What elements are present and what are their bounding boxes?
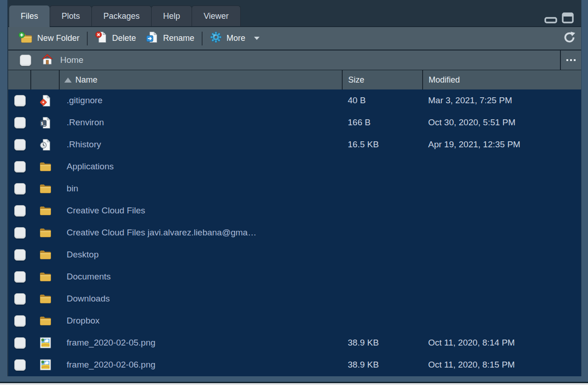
file-size: 38.9 KB bbox=[342, 332, 422, 354]
header-checkbox-column bbox=[8, 70, 31, 89]
file-name[interactable]: .gitignore bbox=[60, 89, 342, 112]
history-file-icon bbox=[40, 139, 51, 151]
file-modified: Oct 30, 2020, 5:51 PM bbox=[422, 112, 581, 134]
rename-label: Rename bbox=[163, 33, 194, 43]
gear-icon bbox=[210, 31, 222, 45]
row-checkbox[interactable] bbox=[14, 337, 26, 349]
file-size: 166 B bbox=[342, 112, 422, 134]
row-checkbox[interactable] bbox=[14, 161, 26, 173]
file-modified bbox=[422, 288, 581, 310]
file-name[interactable]: .Renviron bbox=[60, 112, 342, 134]
tab-packages[interactable]: Packages bbox=[91, 6, 152, 26]
rename-button[interactable]: Rename bbox=[146, 31, 194, 46]
row-checkbox[interactable] bbox=[14, 139, 26, 151]
files-toolbar: New Folder Delete bbox=[8, 26, 581, 50]
file-name[interactable]: bin bbox=[60, 178, 342, 200]
tab-label: Help bbox=[163, 11, 180, 21]
table-header: Name Size Modified bbox=[8, 70, 581, 89]
git-file-icon bbox=[40, 95, 51, 107]
row-checkbox[interactable] bbox=[14, 315, 26, 327]
file-size: 16.5 KB bbox=[342, 134, 422, 156]
file-name[interactable]: frame_2020-02-06.png bbox=[60, 354, 342, 376]
row-checkbox[interactable] bbox=[14, 359, 26, 371]
sort-ascending-icon bbox=[64, 78, 72, 83]
tab-plots[interactable]: Plots bbox=[50, 6, 92, 26]
file-size bbox=[342, 244, 422, 266]
minimize-icon[interactable] bbox=[544, 16, 557, 23]
toolbar-separator bbox=[87, 32, 88, 45]
row-checkbox[interactable] bbox=[14, 227, 26, 239]
row-checkbox[interactable] bbox=[14, 117, 26, 128]
row-checkbox[interactable] bbox=[14, 205, 26, 217]
file-name[interactable]: Dropbox bbox=[60, 310, 342, 332]
refresh-button[interactable] bbox=[563, 31, 576, 46]
rename-icon bbox=[146, 31, 158, 46]
table-row[interactable]: frame_2020-02-05.png 38.9 KB Oct 11, 202… bbox=[8, 332, 581, 354]
file-modified bbox=[422, 266, 581, 288]
file-name[interactable]: Creative Cloud Files javi.alvarez.lieban… bbox=[60, 222, 342, 244]
header-name[interactable]: Name bbox=[60, 70, 342, 89]
path-bar: Home bbox=[8, 50, 581, 70]
file-size bbox=[342, 178, 422, 200]
image-file-icon bbox=[40, 337, 51, 348]
file-modified: Oct 11, 2020, 8:14 PM bbox=[422, 332, 581, 354]
tab-label: Plots bbox=[62, 11, 80, 21]
file-modified bbox=[422, 178, 581, 200]
table-row[interactable]: frame_2020-02-06.png 38.9 KB Oct 11, 202… bbox=[8, 354, 581, 376]
toolbar-separator bbox=[202, 32, 203, 45]
row-checkbox[interactable] bbox=[14, 271, 26, 283]
file-name[interactable]: Applications bbox=[60, 156, 342, 178]
table-row[interactable]: Creative Cloud Files javi.alvarez.lieban… bbox=[8, 222, 581, 244]
folder-icon bbox=[40, 184, 51, 194]
tab-help[interactable]: Help bbox=[151, 6, 192, 26]
file-name[interactable]: Downloads bbox=[60, 288, 342, 310]
file-size: 40 B bbox=[342, 89, 422, 112]
row-checkbox[interactable] bbox=[14, 95, 26, 106]
table-row[interactable]: Documents bbox=[8, 266, 581, 288]
maximize-icon[interactable] bbox=[562, 12, 574, 23]
row-checkbox[interactable] bbox=[14, 293, 26, 305]
breadcrumb[interactable]: Home bbox=[60, 55, 84, 65]
file-size bbox=[342, 288, 422, 310]
file-size: 38.9 KB bbox=[342, 354, 422, 376]
table-row[interactable]: Creative Cloud Files bbox=[8, 200, 581, 222]
tab-label: Viewer bbox=[204, 11, 229, 21]
file-name[interactable]: Desktop bbox=[60, 244, 342, 266]
folder-icon bbox=[40, 272, 51, 282]
path-options-button[interactable] bbox=[560, 50, 581, 70]
more-button[interactable]: More bbox=[210, 31, 260, 45]
refresh-icon bbox=[563, 31, 576, 44]
file-name[interactable]: frame_2020-02-05.png bbox=[60, 332, 342, 354]
new-folder-icon bbox=[18, 32, 33, 45]
table-row[interactable]: bin bbox=[8, 178, 581, 200]
pane-tab-bar: Files Plots Packages Help Viewer bbox=[8, 0, 581, 26]
window-controls bbox=[544, 12, 581, 26]
table-row[interactable]: Dropbox bbox=[8, 310, 581, 332]
table-row[interactable]: .Rhistory 16.5 KB Apr 19, 2021, 12:35 PM bbox=[8, 134, 581, 156]
folder-icon bbox=[40, 294, 51, 304]
table-row[interactable]: Desktop bbox=[8, 244, 581, 266]
row-checkbox[interactable] bbox=[14, 183, 26, 195]
header-size[interactable]: Size bbox=[342, 70, 422, 89]
tab-label: Files bbox=[21, 11, 38, 21]
table-row[interactable]: $_ .Renviron 166 B Oct 30, 2020, 5:51 PM bbox=[8, 112, 581, 134]
file-size bbox=[342, 310, 422, 332]
svg-text:$_: $_ bbox=[41, 121, 46, 125]
row-checkbox[interactable] bbox=[14, 249, 26, 261]
file-name[interactable]: Creative Cloud Files bbox=[60, 200, 342, 222]
table-row[interactable]: .gitignore 40 B Mar 3, 2021, 7:25 PM bbox=[8, 89, 581, 112]
folder-icon bbox=[40, 162, 51, 172]
files-pane: Files Plots Packages Help Viewer bbox=[7, 0, 582, 376]
tab-viewer[interactable]: Viewer bbox=[192, 6, 241, 26]
tab-files[interactable]: Files bbox=[9, 6, 50, 27]
new-folder-button[interactable]: New Folder bbox=[18, 32, 79, 45]
file-name[interactable]: Documents bbox=[60, 266, 342, 288]
file-name[interactable]: .Rhistory bbox=[60, 134, 342, 156]
select-all-checkbox[interactable] bbox=[20, 55, 31, 66]
file-modified bbox=[422, 244, 581, 266]
table-row[interactable]: Applications bbox=[8, 156, 581, 178]
delete-button[interactable]: Delete bbox=[95, 31, 136, 46]
table-row[interactable]: Downloads bbox=[8, 288, 581, 310]
folder-icon bbox=[40, 228, 51, 238]
header-modified[interactable]: Modified bbox=[422, 70, 581, 89]
